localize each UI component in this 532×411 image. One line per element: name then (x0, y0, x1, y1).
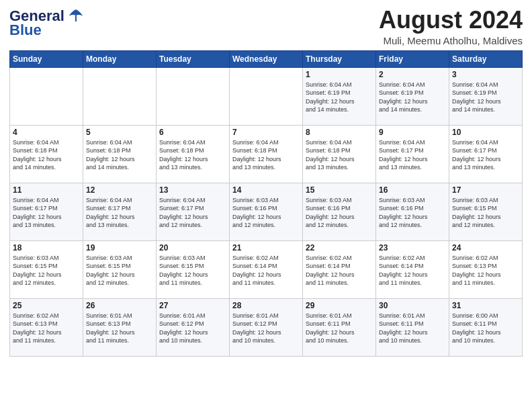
day-info: Sunrise: 6:01 AM Sunset: 6:11 PM Dayligh… (306, 312, 373, 345)
calendar-cell: 13Sunrise: 6:04 AM Sunset: 6:17 PM Dayli… (157, 183, 230, 240)
calendar-cell: 8Sunrise: 6:04 AM Sunset: 6:18 PM Daylig… (303, 125, 376, 183)
day-info: Sunrise: 6:04 AM Sunset: 6:19 PM Dayligh… (379, 81, 446, 114)
calendar-header-row: SundayMondayTuesdayWednesdayThursdayFrid… (10, 50, 523, 67)
day-number: 31 (452, 301, 519, 310)
calendar-week-row: 11Sunrise: 6:04 AM Sunset: 6:17 PM Dayli… (10, 183, 523, 240)
calendar-week-row: 25Sunrise: 6:02 AM Sunset: 6:13 PM Dayli… (10, 298, 523, 356)
calendar-cell: 5Sunrise: 6:04 AM Sunset: 6:18 PM Daylig… (83, 125, 157, 183)
day-number: 27 (159, 301, 226, 310)
weekday-header: Friday (376, 50, 449, 67)
day-info: Sunrise: 6:04 AM Sunset: 6:17 PM Dayligh… (86, 196, 153, 230)
day-number: 5 (86, 128, 153, 137)
calendar-week-row: 1Sunrise: 6:04 AM Sunset: 6:19 PM Daylig… (10, 67, 523, 125)
calendar-week-row: 18Sunrise: 6:03 AM Sunset: 6:15 PM Dayli… (10, 240, 523, 298)
day-info: Sunrise: 6:04 AM Sunset: 6:18 PM Dayligh… (13, 138, 80, 172)
day-number: 17 (452, 185, 519, 195)
calendar-cell: 7Sunrise: 6:04 AM Sunset: 6:18 PM Daylig… (230, 125, 303, 183)
calendar-cell: 18Sunrise: 6:03 AM Sunset: 6:15 PM Dayli… (10, 240, 83, 298)
day-number: 2 (379, 70, 446, 79)
calendar-cell (230, 67, 303, 125)
day-number: 13 (159, 185, 226, 195)
main-title: August 2024 (379, 7, 523, 34)
day-number: 30 (379, 301, 446, 310)
weekday-header: Tuesday (157, 50, 230, 67)
day-info: Sunrise: 6:03 AM Sunset: 6:16 PM Dayligh… (306, 196, 373, 230)
calendar-cell: 19Sunrise: 6:03 AM Sunset: 6:15 PM Dayli… (83, 240, 157, 298)
day-number: 18 (13, 243, 80, 253)
calendar-cell: 3Sunrise: 6:04 AM Sunset: 6:19 PM Daylig… (449, 67, 523, 125)
calendar-cell: 25Sunrise: 6:02 AM Sunset: 6:13 PM Dayli… (10, 298, 83, 356)
weekday-header: Thursday (303, 50, 376, 67)
calendar-cell (10, 67, 83, 125)
day-number: 29 (306, 301, 373, 310)
sub-title: Muli, Meemu Atholhu, Maldives (379, 35, 523, 46)
day-number: 19 (86, 243, 153, 253)
calendar-cell: 14Sunrise: 6:03 AM Sunset: 6:16 PM Dayli… (230, 183, 303, 240)
day-number: 15 (306, 185, 373, 195)
calendar-cell: 11Sunrise: 6:04 AM Sunset: 6:17 PM Dayli… (10, 183, 83, 240)
day-info: Sunrise: 6:04 AM Sunset: 6:18 PM Dayligh… (306, 138, 373, 172)
calendar-cell: 24Sunrise: 6:02 AM Sunset: 6:13 PM Dayli… (449, 240, 523, 298)
day-info: Sunrise: 6:01 AM Sunset: 6:11 PM Dayligh… (379, 312, 446, 345)
day-number: 21 (232, 243, 300, 253)
calendar-cell: 15Sunrise: 6:03 AM Sunset: 6:16 PM Dayli… (303, 183, 376, 240)
calendar-cell: 28Sunrise: 6:01 AM Sunset: 6:12 PM Dayli… (230, 298, 303, 356)
day-info: Sunrise: 6:04 AM Sunset: 6:19 PM Dayligh… (306, 81, 373, 114)
day-number: 28 (232, 301, 300, 310)
calendar-cell: 22Sunrise: 6:02 AM Sunset: 6:14 PM Dayli… (303, 240, 376, 298)
day-number: 8 (306, 128, 373, 137)
calendar-cell: 26Sunrise: 6:01 AM Sunset: 6:13 PM Dayli… (83, 298, 157, 356)
day-info: Sunrise: 6:01 AM Sunset: 6:12 PM Dayligh… (159, 312, 226, 345)
day-info: Sunrise: 6:03 AM Sunset: 6:15 PM Dayligh… (452, 196, 519, 230)
day-info: Sunrise: 6:04 AM Sunset: 6:17 PM Dayligh… (379, 138, 446, 172)
day-number: 16 (379, 185, 446, 195)
day-number: 24 (452, 243, 519, 253)
day-number: 14 (232, 185, 300, 195)
page: General Blue August 2024 Muli, Meemu Ath… (0, 0, 532, 411)
calendar-cell: 31Sunrise: 6:00 AM Sunset: 6:11 PM Dayli… (449, 298, 523, 356)
day-info: Sunrise: 6:04 AM Sunset: 6:18 PM Dayligh… (159, 138, 226, 172)
day-info: Sunrise: 6:02 AM Sunset: 6:14 PM Dayligh… (232, 254, 300, 287)
calendar-cell: 29Sunrise: 6:01 AM Sunset: 6:11 PM Dayli… (303, 298, 376, 356)
calendar-cell: 2Sunrise: 6:04 AM Sunset: 6:19 PM Daylig… (376, 67, 449, 125)
logo: General Blue (9, 7, 85, 39)
day-number: 3 (452, 70, 519, 79)
calendar-cell: 20Sunrise: 6:03 AM Sunset: 6:15 PM Dayli… (157, 240, 230, 298)
calendar-cell: 27Sunrise: 6:01 AM Sunset: 6:12 PM Dayli… (157, 298, 230, 356)
calendar-week-row: 4Sunrise: 6:04 AM Sunset: 6:18 PM Daylig… (10, 125, 523, 183)
calendar-cell (83, 67, 157, 125)
day-number: 9 (379, 128, 446, 137)
calendar-cell: 1Sunrise: 6:04 AM Sunset: 6:19 PM Daylig… (303, 67, 376, 125)
day-number: 26 (86, 301, 153, 310)
day-number: 23 (379, 243, 446, 253)
day-info: Sunrise: 6:01 AM Sunset: 6:13 PM Dayligh… (86, 312, 153, 345)
day-info: Sunrise: 6:01 AM Sunset: 6:12 PM Dayligh… (232, 312, 300, 345)
calendar-cell: 4Sunrise: 6:04 AM Sunset: 6:18 PM Daylig… (10, 125, 83, 183)
weekday-header: Saturday (449, 50, 523, 67)
day-number: 6 (159, 128, 226, 137)
day-info: Sunrise: 6:04 AM Sunset: 6:17 PM Dayligh… (452, 138, 519, 172)
day-number: 7 (232, 128, 300, 137)
calendar-cell: 17Sunrise: 6:03 AM Sunset: 6:15 PM Dayli… (449, 183, 523, 240)
calendar-cell (157, 67, 230, 125)
calendar-cell: 30Sunrise: 6:01 AM Sunset: 6:11 PM Dayli… (376, 298, 449, 356)
header: General Blue August 2024 Muli, Meemu Ath… (9, 7, 523, 46)
day-info: Sunrise: 6:02 AM Sunset: 6:14 PM Dayligh… (306, 254, 373, 287)
day-number: 22 (306, 243, 373, 253)
day-info: Sunrise: 6:04 AM Sunset: 6:17 PM Dayligh… (13, 196, 80, 230)
calendar-cell: 10Sunrise: 6:04 AM Sunset: 6:17 PM Dayli… (449, 125, 523, 183)
day-number: 4 (13, 128, 80, 137)
day-info: Sunrise: 6:03 AM Sunset: 6:16 PM Dayligh… (232, 196, 300, 230)
day-info: Sunrise: 6:02 AM Sunset: 6:13 PM Dayligh… (452, 254, 519, 287)
day-number: 10 (452, 128, 519, 137)
weekday-header: Sunday (10, 50, 83, 67)
day-info: Sunrise: 6:02 AM Sunset: 6:14 PM Dayligh… (379, 254, 446, 287)
weekday-header: Monday (83, 50, 157, 67)
weekday-header: Wednesday (230, 50, 303, 67)
day-info: Sunrise: 6:04 AM Sunset: 6:18 PM Dayligh… (232, 138, 300, 172)
title-block: August 2024 Muli, Meemu Atholhu, Maldive… (379, 7, 523, 46)
day-number: 25 (13, 301, 80, 310)
calendar-cell: 6Sunrise: 6:04 AM Sunset: 6:18 PM Daylig… (157, 125, 230, 183)
calendar-cell: 21Sunrise: 6:02 AM Sunset: 6:14 PM Dayli… (230, 240, 303, 298)
day-number: 20 (159, 243, 226, 253)
